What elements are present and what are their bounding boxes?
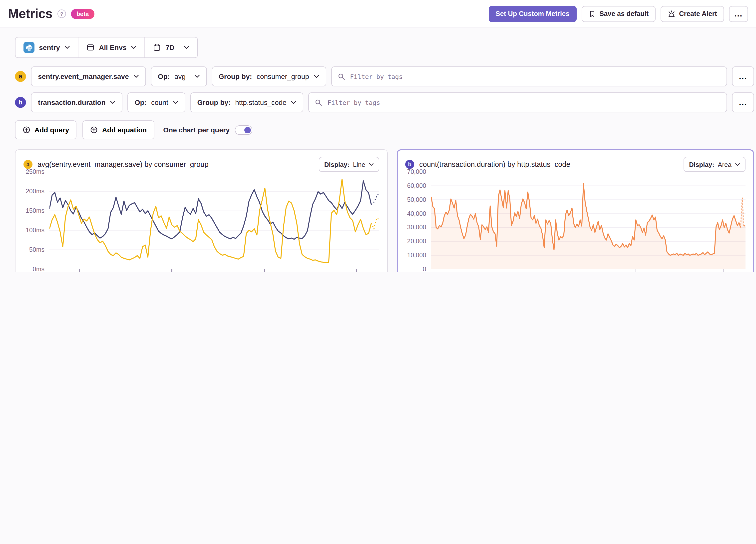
y-axis-labels: 0ms50ms100ms150ms200ms250ms [23,172,49,269]
query-row-a: a sentry.event_manager.save Op:avg Group… [15,66,754,86]
bookmark-icon [588,10,596,18]
environment-selector[interactable]: All Envs [78,37,145,57]
plus-circle-icon [22,126,30,134]
metrics-page: sentry All Envs 7D a sentry.event_manage… [0,28,756,272]
op-selector-b[interactable]: Op:count [128,92,185,112]
query-row-b: b transaction.duration Op:count Group by… [15,92,754,112]
charts-row: a avg(sentry.event_manager.save) by cons… [15,149,754,272]
window-icon [86,43,94,51]
display-selector-a[interactable]: Display:Line [319,157,379,172]
search-icon [338,73,345,80]
y-axis-labels: 010,00020,00030,00040,00050,00060,00070,… [405,172,431,269]
query-more-button-b[interactable]: … [732,92,754,112]
date-range-selector[interactable]: 7D [145,37,198,57]
groupby-selector-a[interactable]: Group by:consumer_group [212,66,326,86]
one-chart-per-query-label: One chart per query [163,126,230,134]
chevron-down-icon [735,163,740,166]
help-icon[interactable]: ? [57,9,66,18]
tag-filter-a [331,66,727,86]
query-more-button-a[interactable]: … [732,66,754,86]
chart-plot-a[interactable]: Mar 13 12:00 AMMar 15 12:00 AMMar 17 12:… [49,172,379,269]
x-axis-labels: Mar 13 12:00 AMMar 15 12:00 AMMar 17 12:… [431,269,746,272]
header-more-button[interactable]: … [729,6,748,22]
chevron-down-icon [369,163,374,166]
add-query-button[interactable]: Add query [15,120,76,139]
one-chart-per-query-toggle[interactable] [235,125,252,135]
chevron-down-icon [194,74,200,78]
x-axis-labels: Mar 13 12:00 AMMar 15 12:00 AMMar 17 12:… [49,269,379,272]
chevron-down-icon [64,45,70,49]
op-selector-a[interactable]: Op:avg [151,66,207,86]
chevron-down-icon [314,74,319,78]
chart-card-b[interactable]: b count(transaction.duration) by http.st… [397,149,754,272]
chevron-down-icon [133,74,139,78]
chart-card-a: a avg(sentry.event_manager.save) by cons… [15,149,388,272]
search-icon [315,99,323,106]
groupby-selector-b[interactable]: Group by:http.status_code [190,92,303,112]
create-alert-button[interactable]: Create Alert [661,6,724,22]
page-header: Metrics ? beta Set Up Custom Metrics Sav… [0,0,756,28]
project-selector[interactable]: sentry [15,37,78,57]
query-badge-b: b [15,97,26,108]
area-chart-b: 010,00020,00030,00040,00050,00060,00070,… [405,172,746,269]
toggle-knob [244,127,251,133]
page-title: Metrics [8,6,52,21]
chevron-down-icon [184,45,189,49]
display-selector-b[interactable]: Display:Area [684,157,746,172]
chart-badge-b: b [405,160,414,169]
chart-title-a: avg(sentry.event_manager.save) by consum… [37,160,209,168]
python-project-icon [23,42,34,53]
chevron-down-icon [131,45,137,49]
chevron-down-icon [110,100,116,104]
plus-circle-icon [90,126,98,134]
tag-filter-input-b[interactable] [327,98,721,107]
chart-plot-b[interactable]: Mar 13 12:00 AMMar 15 12:00 AMMar 17 12:… [431,172,746,269]
siren-icon [668,10,676,18]
metric-selector-b[interactable]: transaction.duration [31,92,123,112]
query-badge-a: a [15,71,26,82]
chart-title-b: count(transaction.duration) by http.stat… [419,160,570,168]
setup-custom-metrics-button[interactable]: Set Up Custom Metrics [489,6,577,22]
tag-filter-input-a[interactable] [349,72,721,81]
calendar-icon [153,43,161,51]
beta-badge: beta [71,9,94,19]
chevron-down-icon [291,100,297,104]
page-filter-bar: sentry All Envs 7D [15,37,198,58]
add-equation-button[interactable]: Add equation [82,120,154,139]
line-chart-a: 0ms50ms100ms150ms200ms250ms Mar 13 12:00… [23,172,379,269]
query-actions: Add query Add equation One chart per que… [15,120,754,139]
save-as-default-button[interactable]: Save as default [581,6,656,22]
metric-selector-a[interactable]: sentry.event_manager.save [31,66,146,86]
chart-badge-a: a [23,160,32,169]
chevron-down-icon [173,100,178,104]
tag-filter-b [309,92,727,112]
